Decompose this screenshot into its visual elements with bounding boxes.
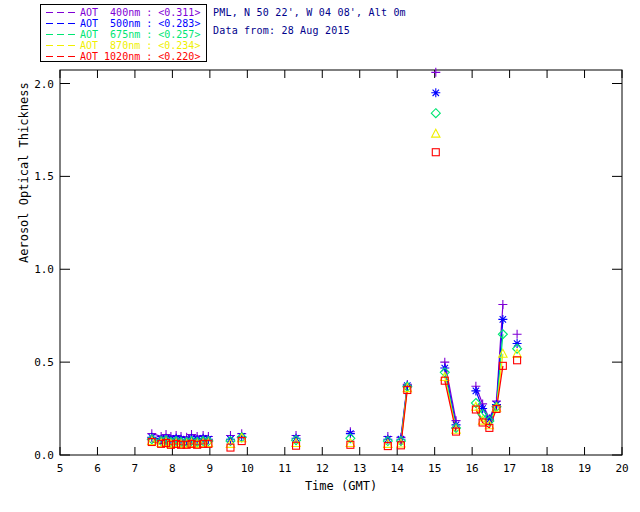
x-tick-label: 5 <box>57 462 64 475</box>
marker-400nm <box>431 68 440 77</box>
marker-675nm <box>431 109 440 118</box>
marker-500nm <box>498 315 507 324</box>
x-tick-label: 7 <box>132 462 139 475</box>
x-tick-label: 20 <box>615 462 628 475</box>
marker-400nm <box>498 300 507 309</box>
x-axis-label: Time (GMT) <box>0 479 640 493</box>
x-tick-label: 15 <box>428 462 441 475</box>
y-tick-label: 1.0 <box>34 263 54 276</box>
x-tick-label: 11 <box>278 462 291 475</box>
y-tick-label: 1.5 <box>34 170 54 183</box>
x-tick-label: 8 <box>169 462 176 475</box>
marker-1020nm <box>432 149 439 156</box>
x-tick-label: 16 <box>466 462 479 475</box>
marker-500nm <box>431 88 440 97</box>
marker-1020nm <box>514 357 521 364</box>
x-tick-label: 18 <box>540 462 553 475</box>
y-tick-label: 0.5 <box>34 356 54 369</box>
y-tick-label: 2.0 <box>34 78 54 91</box>
aot-chart: 5678910111213141516171819200.00.51.01.52… <box>0 0 640 512</box>
aot-plot-window: AOT 400nm : <0.311>AOT 500nm : <0.283>AO… <box>0 0 640 512</box>
y-tick-label: 0.0 <box>34 449 54 462</box>
plot-frame <box>60 70 622 455</box>
x-tick-label: 14 <box>391 462 405 475</box>
marker-500nm <box>471 386 480 395</box>
marker-400nm <box>513 330 522 339</box>
x-tick-label: 12 <box>316 462 329 475</box>
x-tick-label: 19 <box>578 462 591 475</box>
marker-870nm <box>432 129 440 137</box>
x-tick-label: 6 <box>94 462 101 475</box>
x-tick-label: 9 <box>207 462 214 475</box>
x-tick-label: 10 <box>241 462 254 475</box>
series-line-400nm <box>445 362 456 421</box>
x-tick-label: 13 <box>353 462 366 475</box>
x-tick-label: 17 <box>503 462 516 475</box>
